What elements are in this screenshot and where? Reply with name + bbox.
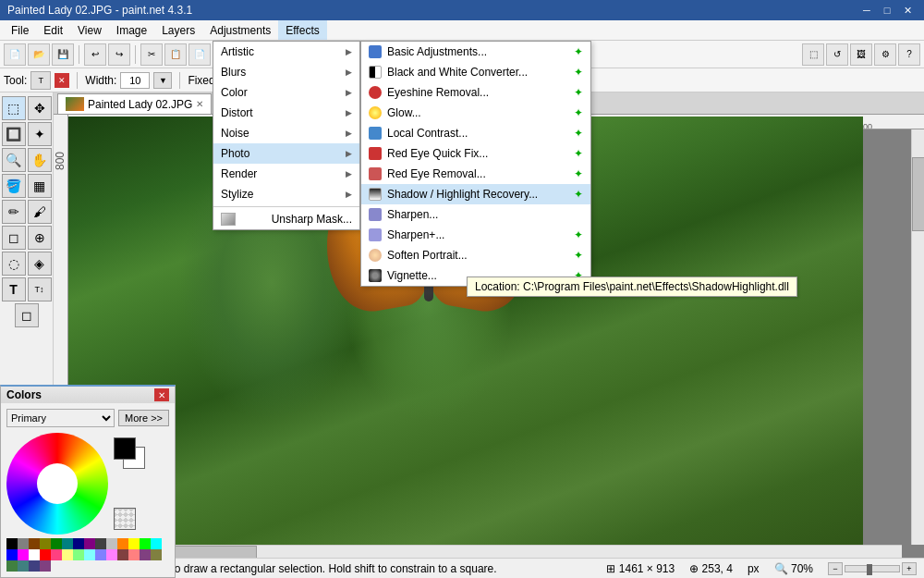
palette-cell[interactable]	[6, 549, 18, 560]
transparency-swatch[interactable]	[114, 508, 136, 530]
palette-cell[interactable]	[84, 538, 95, 549]
font-size-tool[interactable]: T↕	[28, 277, 52, 301]
photo-bw-converter[interactable]: Black and White Converter... ✦	[361, 62, 590, 82]
palette-cell[interactable]	[18, 549, 29, 560]
paste-button[interactable]: 📄	[188, 43, 211, 66]
menu-noise[interactable]: Noise ▶	[213, 123, 359, 143]
menu-blurs[interactable]: Blurs ▶	[213, 62, 359, 82]
palette-cell[interactable]	[73, 538, 84, 549]
open-button[interactable]: 📂	[28, 43, 50, 66]
tool-icon-1[interactable]: ⬚	[802, 43, 824, 66]
palette-cell[interactable]	[40, 549, 51, 560]
palette-cell[interactable]	[95, 549, 106, 560]
maximize-button[interactable]: □	[878, 3, 896, 18]
clone-tool[interactable]: ⊕	[28, 226, 52, 250]
palette-cell[interactable]	[62, 538, 73, 549]
save-button[interactable]: 💾	[52, 43, 74, 66]
palette-cell[interactable]	[29, 538, 40, 549]
photo-red-eye-removal[interactable]: Red Eye Removal... ✦	[361, 164, 590, 184]
undo-button[interactable]: ↩	[84, 43, 106, 66]
brush-tool[interactable]: 🖌	[28, 200, 52, 224]
photo-sharpen-plus[interactable]: Sharpen+... ✦	[361, 225, 590, 245]
lasso-tool[interactable]: 🔲	[2, 122, 26, 146]
palette-cell[interactable]	[18, 538, 29, 549]
zoom-slider[interactable]	[845, 565, 900, 572]
palette-cell[interactable]	[29, 560, 40, 572]
zoom-tool[interactable]: 🔍	[2, 148, 26, 172]
sharpen-tool[interactable]: ◈	[28, 252, 52, 276]
photo-glow[interactable]: Glow... ✦	[361, 103, 590, 123]
color-wheel[interactable]	[6, 433, 108, 535]
palette-cell[interactable]	[117, 538, 128, 549]
menu-unsharp-mask[interactable]: Unsharp Mask...	[213, 209, 359, 229]
copy-button[interactable]: 📋	[164, 43, 187, 66]
palette-cell[interactable]	[84, 549, 95, 560]
tool-select-btn[interactable]: T	[30, 71, 51, 90]
menu-effects[interactable]: Effects	[278, 20, 326, 40]
palette-cell[interactable]	[140, 538, 151, 549]
vertical-scrollbar[interactable]	[911, 129, 924, 545]
shapes-tool[interactable]: ◻	[15, 303, 39, 327]
photo-shadow-highlight[interactable]: Shadow / Highlight Recovery... ✦	[361, 184, 590, 204]
palette-cell[interactable]	[6, 538, 18, 549]
move-tool[interactable]: ✥	[28, 96, 52, 120]
photo-eyeshine[interactable]: Eyeshine Removal... ✦	[361, 82, 590, 103]
palette-cell[interactable]	[117, 549, 128, 560]
tool-icon-4[interactable]: ⚙	[874, 43, 896, 66]
gradient-tool[interactable]: ▦	[28, 174, 52, 198]
palette-cell[interactable]	[128, 538, 140, 549]
palette-cell[interactable]	[151, 549, 162, 560]
color-mode-select[interactable]: Primary Secondary	[6, 409, 115, 427]
palette-cell[interactable]	[18, 560, 29, 572]
zoom-slider-thumb[interactable]	[867, 564, 872, 575]
pencil-tool[interactable]: ✏	[2, 200, 26, 224]
photo-basic-adjustments[interactable]: Basic Adjustments... ✦	[361, 42, 590, 62]
palette-cell[interactable]	[95, 538, 106, 549]
menu-stylize[interactable]: Stylize ▶	[213, 184, 359, 204]
menu-color[interactable]: Color ▶	[213, 82, 359, 103]
palette-cell[interactable]	[51, 549, 62, 560]
palette-cell[interactable]	[128, 549, 140, 560]
tool-icon-3[interactable]: 🖼	[850, 43, 872, 66]
new-button[interactable]: 📄	[4, 43, 26, 66]
menu-photo[interactable]: Photo ▶	[213, 143, 359, 164]
palette-cell[interactable]	[73, 549, 84, 560]
blur-tool[interactable]: ◌	[2, 252, 26, 276]
tool-icon-2[interactable]: ↺	[826, 43, 848, 66]
minimize-button[interactable]: ─	[857, 3, 876, 18]
primary-color-swatch[interactable]	[114, 437, 136, 460]
palette-cell[interactable]	[140, 549, 151, 560]
menu-adjustments[interactable]: Adjustments	[202, 20, 278, 40]
palette-cell[interactable]	[40, 538, 51, 549]
photo-soften-portrait[interactable]: Soften Portrait... ✦	[361, 245, 590, 265]
magic-wand[interactable]: ✦	[28, 122, 52, 146]
palette-cell[interactable]	[51, 538, 62, 549]
menu-file[interactable]: File	[4, 20, 36, 40]
menu-edit[interactable]: Edit	[36, 20, 70, 40]
redo-button[interactable]: ↪	[108, 43, 130, 66]
text-tool[interactable]: T	[2, 277, 26, 301]
width-input[interactable]	[120, 72, 150, 89]
pan-tool[interactable]: ✋	[28, 148, 52, 172]
photo-local-contrast[interactable]: Local Contrast... ✦	[361, 123, 590, 143]
photo-sharpen[interactable]: Sharpen...	[361, 204, 590, 225]
palette-cell[interactable]	[62, 549, 73, 560]
more-colors-button[interactable]: More >>	[118, 410, 169, 426]
horizontal-scrollbar[interactable]	[54, 545, 902, 558]
palette-cell[interactable]	[106, 538, 117, 549]
menu-artistic[interactable]: Artistic ▶	[213, 42, 359, 62]
zoom-in-button[interactable]: +	[902, 562, 917, 575]
palette-cell[interactable]	[6, 560, 18, 572]
menu-layers[interactable]: Layers	[154, 20, 202, 40]
width-dropdown[interactable]: ▼	[153, 72, 172, 89]
colors-close-button[interactable]: ✕	[154, 388, 169, 401]
menu-distort[interactable]: Distort ▶	[213, 103, 359, 123]
close-button[interactable]: ✕	[898, 3, 917, 18]
menu-render[interactable]: Render ▶	[213, 164, 359, 184]
palette-cell[interactable]	[40, 560, 51, 572]
cut-button[interactable]: ✂	[140, 43, 163, 66]
menu-view[interactable]: View	[70, 20, 109, 40]
vscroll-thumb[interactable]	[912, 157, 924, 231]
palette-cell[interactable]	[151, 538, 162, 549]
paint-bucket[interactable]: 🪣	[2, 174, 26, 198]
